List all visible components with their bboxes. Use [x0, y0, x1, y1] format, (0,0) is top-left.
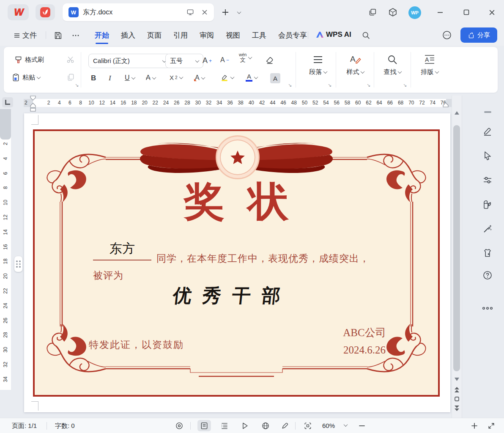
app-center-button[interactable] — [386, 6, 399, 19]
clipboard-expand-icon[interactable]: ↘ — [75, 82, 79, 88]
scroll-up-button[interactable] — [454, 111, 460, 115]
right-indent-marker[interactable] — [442, 102, 449, 108]
cloud-sync-button[interactable] — [441, 29, 453, 41]
ruler-number: 20 — [140, 100, 149, 106]
paragraph-expand-icon[interactable]: ↘ — [328, 82, 331, 88]
find-expand-icon[interactable]: ↘ — [403, 82, 407, 88]
font-expand-icon[interactable]: ↘ — [288, 82, 292, 88]
char-shading-button[interactable]: A — [270, 73, 280, 83]
certificate-image[interactable]: 奖状 东方 同学，在本年度工作中，表现优秀，成绩突出， 被评为 优秀干部 特发此… — [33, 129, 440, 397]
sidebar-select-button[interactable] — [482, 150, 493, 161]
divider — [296, 52, 296, 88]
page-view-icon[interactable] — [200, 422, 208, 430]
hanging-indent-marker[interactable] — [30, 103, 36, 112]
sidebar-theme-button[interactable] — [482, 247, 493, 258]
recipient-name[interactable]: 东方 — [93, 240, 151, 258]
clear-format-button[interactable] — [265, 55, 274, 65]
quick-access-more-button[interactable] — [69, 29, 82, 42]
tab-list-button[interactable] — [233, 6, 245, 19]
ruler-number: 24 — [162, 100, 170, 106]
cut-button[interactable] — [66, 55, 75, 64]
sidebar-collapse-button[interactable] — [482, 107, 493, 118]
ribbon-tab[interactable]: 引用 — [173, 30, 189, 40]
sidebar-edit-button[interactable] — [482, 126, 493, 137]
close-window-button[interactable] — [485, 6, 498, 19]
paste-button[interactable]: 粘贴 — [11, 73, 40, 82]
save-button[interactable] — [52, 29, 64, 42]
format-painter-button[interactable]: 格式刷 — [14, 55, 44, 64]
paragraph-group-button[interactable]: 段落 — [305, 55, 331, 76]
docer-button[interactable] — [36, 4, 55, 20]
ribbon-tab[interactable]: 插入 — [120, 30, 136, 40]
document-tab[interactable]: W 东方.docx — [63, 3, 214, 21]
bold-button[interactable]: B — [91, 74, 96, 82]
styles-group-button[interactable]: A 样式 — [342, 54, 368, 76]
pinyin-guide-button[interactable]: wén 文 — [239, 53, 252, 63]
styles-expand-icon[interactable]: ↘ — [367, 82, 370, 88]
eye-protect-icon[interactable] — [175, 422, 184, 430]
font-name-select[interactable]: Calibri (正文) — [88, 54, 170, 68]
minimize-button[interactable] — [434, 6, 446, 19]
search-button[interactable] — [359, 29, 372, 41]
italic-button[interactable]: I — [109, 74, 111, 82]
tab-stop-selector[interactable] — [2, 97, 13, 107]
font-color-button[interactable]: A — [246, 73, 257, 82]
font-size-select[interactable]: 五号 — [165, 54, 203, 68]
vertical-scrollbar-thumb[interactable] — [453, 125, 460, 371]
wps-home-button[interactable]: W — [8, 4, 29, 20]
previous-page-button[interactable] — [454, 386, 460, 393]
next-page-button[interactable] — [454, 405, 460, 411]
ribbon-tab[interactable]: 会员专享 — [277, 30, 308, 40]
sidebar-more-button[interactable] — [482, 303, 493, 314]
magic-wand-icon — [482, 224, 493, 234]
horizontal-ruler[interactable]: 2 24681012141618202224262830323436384042… — [0, 96, 504, 109]
zoom-chevron-icon[interactable] — [344, 422, 348, 427]
paste-label: 粘贴 — [22, 74, 35, 82]
scroll-down-button[interactable] — [454, 377, 460, 381]
sidebar-tools-button[interactable] — [482, 223, 493, 234]
layout-group-button[interactable]: A 排版 — [416, 54, 443, 76]
find-group-button[interactable]: 查找 — [379, 54, 405, 76]
file-menu-button[interactable]: 文件 — [14, 30, 37, 40]
ribbon-tab[interactable]: 视图 — [225, 30, 241, 40]
highlight-button[interactable] — [220, 73, 234, 82]
new-tab-button[interactable] — [219, 6, 232, 19]
avatar[interactable]: WP — [408, 6, 421, 19]
zoom-level-value[interactable]: 60% — [322, 422, 335, 429]
text-effect-button[interactable]: A — [195, 74, 205, 82]
decrease-font-button[interactable]: A− — [220, 56, 229, 64]
sidebar-help-button[interactable] — [482, 270, 493, 281]
fit-page-icon[interactable] — [304, 422, 312, 430]
maximize-button[interactable] — [460, 6, 473, 19]
first-line-indent-marker[interactable] — [30, 96, 36, 101]
sidebar-resource-button[interactable] — [482, 199, 493, 210]
ribbon-tab[interactable]: 工具 — [251, 30, 267, 40]
select-browse-object-button[interactable] — [454, 396, 460, 402]
superscript-button[interactable]: X2 — [170, 74, 183, 81]
annotate-pen-icon[interactable] — [281, 422, 289, 430]
screen-share-icon[interactable] — [186, 8, 194, 16]
ribbon-tab[interactable]: 审阅 — [199, 30, 215, 40]
award-title[interactable]: 优秀干部 — [33, 283, 431, 308]
underline-button[interactable]: U — [125, 74, 135, 82]
ribbon-tab[interactable]: 页面 — [146, 30, 162, 40]
strikethrough-button[interactable]: A — [146, 74, 156, 82]
fullscreen-icon[interactable] — [487, 422, 496, 430]
wps-ai-button[interactable]: WPS AI — [315, 30, 351, 39]
copy-button[interactable] — [66, 73, 75, 82]
increase-font-button[interactable]: A+ — [203, 56, 212, 65]
web-view-icon[interactable] — [261, 422, 270, 430]
ruler-number: 46 — [279, 100, 288, 106]
tab-stack-button[interactable] — [366, 6, 379, 19]
sidebar-drag-handle[interactable] — [14, 256, 22, 272]
share-button[interactable]: 分享 — [460, 27, 497, 43]
close-tab-icon[interactable] — [201, 9, 208, 16]
outline-view-icon[interactable] — [220, 422, 229, 430]
word-count[interactable]: 字数: 0 — [55, 422, 75, 430]
zoom-in-icon[interactable] — [470, 422, 479, 430]
vertical-ruler[interactable] — [0, 109, 11, 390]
sidebar-adjust-button[interactable] — [482, 175, 493, 186]
ribbon-tab[interactable]: 开始 — [94, 30, 110, 40]
zoom-out-icon[interactable] — [358, 422, 366, 430]
play-presentation-icon[interactable] — [241, 422, 249, 430]
